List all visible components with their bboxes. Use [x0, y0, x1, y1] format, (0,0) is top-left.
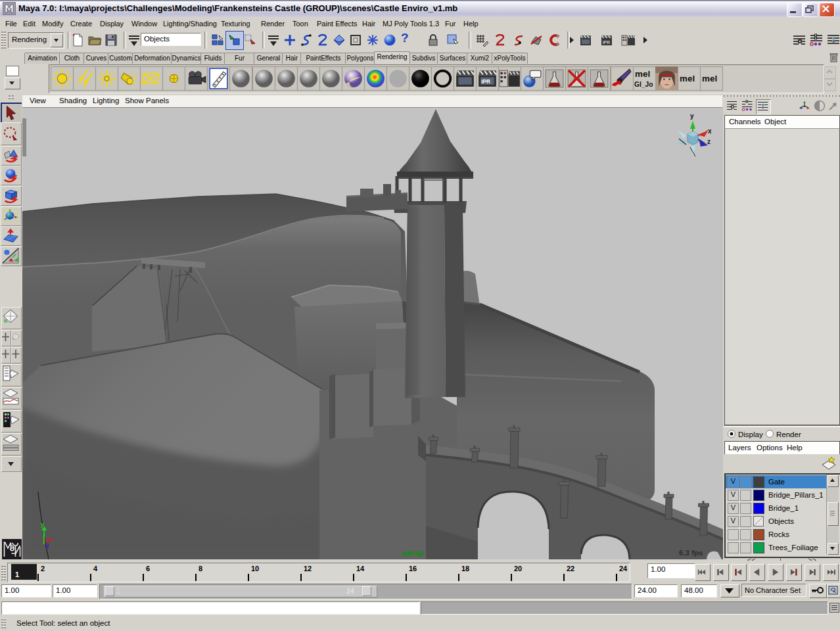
svg-text:z: z [46, 542, 49, 549]
svg-text:IPR: IPR [603, 40, 610, 45]
svg-text:y: y [41, 521, 44, 528]
svg-text:z: z [707, 138, 711, 145]
svg-text:GI_Jo: GI_Jo [634, 81, 653, 88]
svg-text:mel: mel [702, 74, 717, 83]
svg-text:persp: persp [403, 549, 423, 557]
svg-text:IPR: IPR [481, 79, 490, 85]
svg-text:x: x [708, 128, 712, 135]
svg-text:6.3 fps: 6.3 fps [679, 549, 703, 557]
svg-text:mel: mel [635, 69, 650, 79]
svg-text:y: y [690, 112, 694, 120]
svg-text:mel: mel [680, 74, 695, 83]
